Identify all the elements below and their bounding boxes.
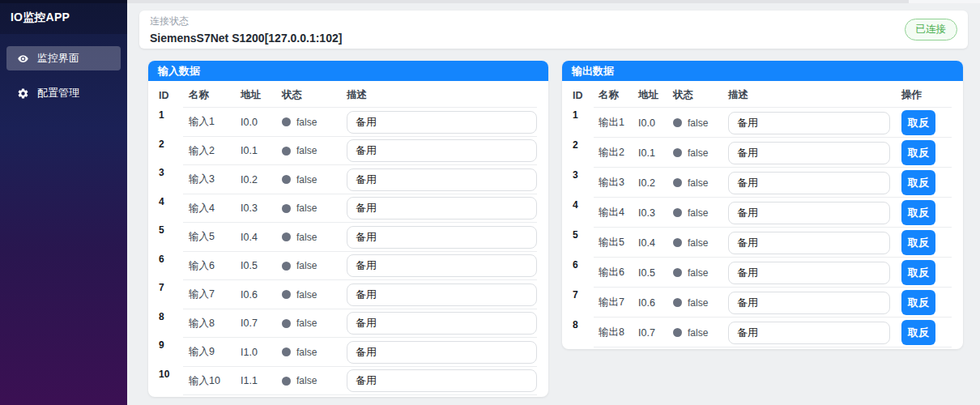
row-name: 输出3: [599, 176, 638, 190]
row-desc-cell: [728, 112, 901, 134]
row-desc-cell: [347, 312, 539, 335]
invert-button[interactable]: 取反: [901, 110, 935, 135]
desc-input[interactable]: [347, 341, 537, 364]
row-desc-cell: [347, 111, 539, 134]
desc-input[interactable]: [347, 226, 537, 249]
status-text: false: [688, 207, 708, 219]
row-address: I1.1: [241, 375, 282, 386]
desc-input[interactable]: [728, 322, 890, 344]
table-row: 7 输入7 I0.6 false: [159, 280, 539, 309]
table-row: 5 输出5 I0.4 false 取反: [573, 228, 953, 258]
status-text: false: [296, 117, 317, 128]
input-data-panel: 输入数据 ID 名称 地址 状态 描述 1 输入1 I0.0 false 2 输…: [148, 61, 548, 397]
desc-input[interactable]: [347, 369, 537, 392]
column-header: 描述: [347, 88, 539, 102]
row-address: I0.7: [241, 318, 282, 329]
column-header: 名称: [189, 88, 241, 102]
status-dot: [673, 178, 682, 187]
row-id: 8: [573, 318, 599, 330]
status-dot: [673, 298, 682, 307]
input-panel-body: ID 名称 地址 状态 描述 1 输入1 I0.0 false 2 输入2 I0…: [148, 81, 548, 397]
invert-button[interactable]: 取反: [901, 290, 935, 315]
table-row: 2 输入2 I0.1 false: [159, 137, 539, 166]
desc-input[interactable]: [728, 142, 890, 164]
desc-input[interactable]: [347, 111, 537, 134]
invert-button[interactable]: 取反: [901, 170, 935, 195]
status-text: false: [296, 318, 317, 329]
desc-input[interactable]: [728, 202, 890, 224]
status-dot: [673, 238, 682, 247]
column-header: 地址: [638, 88, 673, 102]
invert-button[interactable]: 取反: [901, 200, 935, 225]
row-id: 5: [159, 223, 189, 236]
row-status: false: [673, 117, 728, 129]
table-row: 8 输入8 I0.7 false: [159, 309, 539, 339]
status-text: false: [296, 347, 317, 358]
row-desc-cell: [347, 369, 539, 392]
input-panel-title: 输入数据: [148, 61, 548, 81]
row-id: 8: [159, 309, 189, 322]
row-address: I0.2: [241, 174, 282, 185]
invert-button[interactable]: 取反: [901, 230, 935, 255]
desc-input[interactable]: [347, 168, 537, 191]
status-text: false: [688, 177, 708, 189]
table-row: 2 输出2 I0.1 false 取反: [573, 138, 953, 168]
row-desc-cell: [347, 139, 539, 162]
desc-input[interactable]: [728, 172, 890, 194]
row-action-cell: 取反: [901, 110, 953, 135]
row-status: false: [282, 174, 347, 185]
row-status: false: [673, 147, 728, 159]
row-id: 6: [573, 258, 599, 271]
desc-input[interactable]: [347, 312, 537, 335]
desc-input[interactable]: [728, 292, 890, 314]
status-dot: [673, 328, 682, 337]
desc-input[interactable]: [728, 262, 890, 284]
row-name: 输入8: [189, 317, 241, 330]
row-address: I1.0: [241, 347, 282, 358]
desc-input[interactable]: [347, 139, 537, 162]
row-desc-cell: [728, 262, 901, 284]
table-row: 5 输入5 I0.4 false: [159, 223, 539, 252]
row-desc-cell: [728, 172, 901, 194]
column-header: 操作: [901, 88, 953, 102]
invert-button[interactable]: 取反: [901, 260, 935, 285]
status-text: false: [688, 267, 708, 279]
table-row: 1 输出1 I0.0 false 取反: [573, 108, 953, 138]
status-dot: [282, 377, 291, 386]
row-status: false: [282, 347, 347, 358]
status-dot: [282, 319, 291, 328]
output-data-panel: 输出数据 ID 名称 地址 状态 描述 操作 1 输出1 I0.0 false …: [562, 61, 963, 349]
desc-input[interactable]: [347, 284, 537, 306]
desc-input[interactable]: [728, 112, 890, 134]
column-header: ID: [573, 90, 599, 101]
gear-icon: [17, 87, 29, 100]
row-name: 输入9: [189, 345, 241, 359]
row-action-cell: 取反: [901, 170, 953, 195]
invert-button[interactable]: 取反: [901, 320, 935, 345]
connection-status-label: 连接状态: [150, 15, 342, 28]
status-dot: [282, 175, 291, 184]
row-address: I0.0: [241, 117, 282, 128]
row-status: false: [282, 202, 347, 214]
row-id: 5: [573, 228, 599, 241]
row-status: false: [282, 145, 347, 156]
output-table-body: 1 输出1 I0.0 false 取反 2 输出2 I0.1 false 取反 …: [573, 108, 953, 347]
desc-input[interactable]: [347, 197, 537, 220]
sidebar-menu: 监控界面 配置管理: [0, 34, 127, 117]
sidebar-item-config[interactable]: 配置管理: [6, 81, 121, 105]
row-desc-cell: [728, 142, 901, 164]
row-id: 6: [159, 252, 189, 265]
status-text: false: [688, 147, 708, 159]
desc-input[interactable]: [728, 232, 890, 254]
status-dot: [282, 347, 291, 356]
desc-input[interactable]: [347, 254, 537, 277]
status-text: false: [688, 117, 708, 129]
row-status: false: [673, 297, 728, 309]
sidebar-item-monitor[interactable]: 监控界面: [6, 46, 121, 70]
row-id: 3: [573, 168, 599, 181]
status-dot: [282, 262, 291, 271]
sidebar-item-label: 监控界面: [37, 51, 79, 66]
row-address: I0.4: [638, 237, 673, 249]
invert-button[interactable]: 取反: [901, 140, 935, 165]
row-desc-cell: [728, 232, 901, 254]
